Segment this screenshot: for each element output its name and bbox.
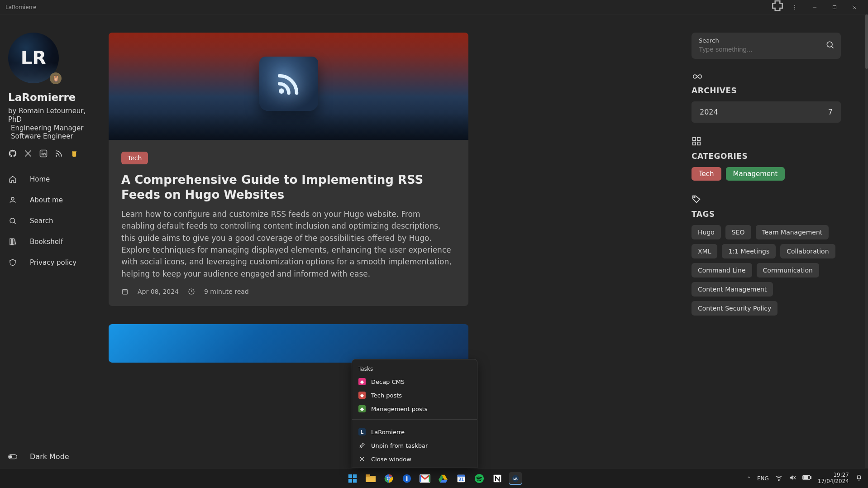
jumplist-close[interactable]: Close window (352, 452, 477, 466)
jumplist-tasks-header: Tasks (352, 363, 477, 375)
right-sidebar: Search ARCHIVES 2024 7 CATEGORIES Tech M… (678, 14, 868, 468)
post-card-next[interactable] (109, 324, 468, 363)
svg-rect-16 (12, 239, 14, 245)
archives-heading: ARCHIVES (692, 86, 841, 95)
scrollbar-thumb[interactable] (865, 14, 868, 69)
post-category-pill[interactable]: Tech (121, 152, 148, 164)
post-meta: Apr 08, 2024 9 minute read (121, 288, 456, 295)
svg-rect-39 (353, 478, 357, 482)
jumplist-task-label: Decap CMS (371, 378, 405, 385)
jumplist-task-item[interactable]: ◆ Management posts (352, 402, 477, 416)
post-title[interactable]: A Comprehensive Guide to Implementing RS… (121, 172, 456, 202)
taskbar-date: 17/04/2024 (818, 478, 849, 485)
svg-rect-38 (348, 478, 352, 482)
post-hero-image-2 (109, 324, 468, 363)
category-tech[interactable]: Tech (692, 167, 721, 181)
search-box[interactable]: Search (692, 33, 841, 59)
notifications-icon[interactable] (855, 474, 863, 483)
jumplist-close-label: Close window (371, 456, 411, 463)
category-management[interactable]: Management (726, 167, 785, 181)
jumplist-task-item[interactable]: ◆ Decap CMS (352, 375, 477, 388)
archive-year-row[interactable]: 2024 7 (692, 101, 841, 123)
svg-rect-40 (366, 476, 376, 482)
unpin-icon (358, 442, 366, 449)
tag-chip[interactable]: 1:1 Meetings (722, 244, 776, 258)
extensions-icon[interactable] (770, 0, 785, 15)
nav-label: Bookshelf (30, 238, 63, 246)
minimize-button[interactable] (805, 1, 825, 14)
jumplist-unpin-label: Unpin from taskbar (371, 442, 428, 449)
coffee-icon[interactable] (70, 149, 79, 158)
categories-heading: CATEGORIES (692, 152, 841, 161)
taskbar-clock[interactable]: 19:27 17/04/2024 (818, 472, 849, 485)
tray-overflow-icon[interactable]: ⌃ (747, 476, 751, 481)
tag-chip[interactable]: Command Line (692, 263, 752, 277)
battery-icon[interactable] (802, 475, 811, 482)
wifi-icon[interactable] (775, 474, 782, 482)
x-icon[interactable] (24, 149, 33, 158)
svg-point-32 (694, 196, 695, 198)
chrome-icon[interactable] (382, 472, 395, 485)
jumplist-app-item[interactable]: L LaRomierre (352, 425, 477, 439)
jumplist-task-item[interactable]: ◆ Tech posts (352, 388, 477, 402)
tag-chip[interactable]: XML (692, 244, 717, 258)
linkedin-icon[interactable] (39, 149, 48, 158)
nav-menu: Home About me Search Bookshelf Privacy p… (8, 171, 100, 271)
system-tray: ⌃ ENG 19:27 17/04/2024 (747, 472, 863, 485)
app-icon: L (358, 428, 366, 435)
explorer-icon[interactable] (364, 472, 377, 485)
svg-point-12 (11, 197, 14, 200)
rss-icon[interactable] (54, 149, 63, 158)
svg-point-26 (827, 42, 832, 47)
spotify-icon[interactable] (473, 472, 486, 485)
tag-chip[interactable]: Team Management (756, 225, 829, 239)
archive-count: 7 (828, 108, 833, 116)
svg-line-27 (831, 46, 833, 48)
tag-chip[interactable]: SEO (725, 225, 751, 239)
onepassword-icon[interactable] (401, 472, 413, 485)
gmail-icon[interactable] (419, 472, 431, 485)
nav-about[interactable]: About me (8, 191, 100, 209)
volume-icon[interactable] (789, 474, 796, 482)
tag-chip[interactable]: Content Security Policy (692, 301, 777, 316)
svg-point-19 (10, 455, 12, 458)
task-app-icon: ◆ (358, 405, 366, 412)
site-title[interactable]: LaRomierre (8, 91, 100, 103)
tag-chip[interactable]: Content Management (692, 282, 773, 297)
svg-rect-59 (811, 477, 811, 479)
tag-chip[interactable]: Collaboration (780, 244, 835, 258)
svg-rect-49 (458, 474, 465, 476)
post-description: Learn how to configure and customize RSS… (121, 208, 456, 280)
nav-label: Home (30, 175, 50, 183)
task-app-icon: ◆ (358, 378, 366, 385)
svg-line-14 (14, 222, 16, 224)
drive-icon[interactable] (437, 472, 449, 485)
maximize-button[interactable] (825, 1, 844, 14)
post-card[interactable]: Tech A Comprehensive Guide to Implementi… (109, 33, 468, 306)
nav-privacy[interactable]: Privacy policy (8, 254, 100, 271)
search-icon[interactable] (825, 40, 835, 51)
scrollbar-track[interactable] (865, 14, 868, 468)
nav-search[interactable]: Search (8, 212, 100, 230)
jumplist-unpin[interactable]: Unpin from taskbar (352, 439, 477, 452)
dark-mode-toggle[interactable]: Dark Mode (8, 452, 69, 461)
book-icon (8, 238, 17, 246)
post-read-time: 9 minute read (204, 288, 249, 295)
start-button[interactable] (346, 472, 359, 485)
tag-chip[interactable]: Communication (757, 263, 819, 277)
tag-chip[interactable]: Hugo (692, 225, 721, 239)
laromierre-app-icon[interactable]: LR (509, 472, 522, 485)
nav-bookshelf[interactable]: Bookshelf (8, 233, 100, 250)
search-input[interactable] (699, 45, 834, 53)
calendar-icon[interactable]: 31 (455, 472, 467, 485)
close-window-button[interactable] (844, 1, 864, 14)
nav-home[interactable]: Home (8, 171, 100, 188)
notion-icon[interactable] (491, 472, 504, 485)
jumplist-app-label: LaRomierre (371, 429, 405, 435)
svg-rect-4 (833, 6, 836, 9)
kebab-menu-icon[interactable] (785, 1, 805, 14)
language-indicator[interactable]: ENG (757, 475, 769, 482)
github-icon[interactable] (8, 149, 17, 158)
user-icon (8, 196, 17, 204)
byline-role-2: Software Engineer (8, 132, 100, 141)
